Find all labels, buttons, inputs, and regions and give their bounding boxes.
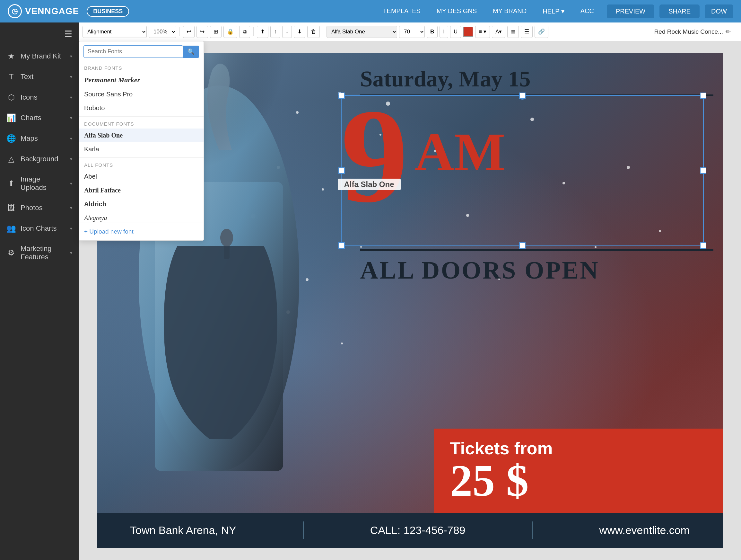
font-select[interactable]: Alfa Slab One (327, 26, 397, 38)
marketing-icon: ⚙ (6, 248, 16, 257)
icons-icon: ⬡ (6, 93, 16, 102)
sidebar-item-image-uploads[interactable]: ⬆ Image Uploads ▾ (0, 169, 79, 198)
lock-button[interactable]: 🔒 (223, 26, 237, 38)
sidebar-item-text[interactable]: T Text ▾ (0, 66, 79, 87)
sidebar-item-my-brand-kit[interactable]: ★ My Brand Kit ▾ (0, 46, 79, 66)
sidebar-item-photos[interactable]: 🖼 Photos ▾ (0, 198, 79, 218)
chevron-down-icon: ▾ (70, 205, 72, 210)
font-item-karla[interactable]: Karla (79, 142, 204, 156)
sidebar-item-label: Maps (20, 134, 66, 143)
nav-templates[interactable]: TEMPLATES (383, 7, 420, 15)
grid-button[interactable]: ⊞ (210, 26, 221, 38)
tickets-price: 25 $ (450, 458, 707, 503)
alignment-select[interactable]: Alignment (82, 26, 147, 38)
divider-3 (323, 27, 323, 36)
chevron-down-icon: ▾ (70, 74, 72, 79)
icon-charts-icon: 👥 (6, 224, 16, 233)
font-search-button[interactable]: 🔍 (183, 46, 199, 58)
layer-up2-button[interactable]: ↑ (270, 26, 280, 38)
image-uploads-icon: ⬆ (6, 179, 16, 188)
font-item-aldrich[interactable]: Aldrich (79, 197, 204, 211)
nav-account[interactable]: ACC (581, 7, 594, 15)
menu-icon[interactable]: ☰ (0, 26, 79, 46)
sidebar-item-label: Icon Charts (20, 224, 66, 233)
tickets-box: Tickets from 25 $ (434, 429, 723, 513)
snow-dot (360, 246, 362, 248)
font-item-abel[interactable]: Abel (79, 170, 204, 183)
snow-dot (595, 246, 597, 248)
all-fonts-label: ALL FONTS (79, 159, 204, 170)
document-title-area: Red Rock Music Conce... ✏ (654, 28, 731, 35)
link-button[interactable]: 🔗 (535, 26, 548, 38)
time-area[interactable]: 9 AM (341, 95, 717, 216)
sidebar-item-label: Text (20, 73, 66, 81)
document-title: Red Rock Music Conce... (654, 28, 723, 35)
layer-down-button[interactable]: ↓ (282, 26, 292, 38)
font-size-select[interactable]: 70 (399, 26, 425, 38)
chevron-down-icon: ▾ (70, 181, 72, 186)
business-badge[interactable]: BUSINESS (87, 6, 129, 17)
layer-down2-button[interactable]: ⬇ (294, 26, 305, 38)
doors-area: ALL DOORS OPEN (360, 256, 717, 285)
chevron-down-icon: ▾ (70, 115, 72, 121)
date-area: Saturday, May 15 (360, 66, 714, 96)
logo-text: VENNGAGE (25, 6, 79, 16)
sidebar-item-icons[interactable]: ⬡ Icons ▾ (0, 87, 79, 108)
footer-divider-1 (303, 521, 304, 539)
tickets-from: Tickets from (450, 438, 707, 458)
edit-title-icon[interactable]: ✏ (726, 28, 731, 35)
share-button[interactable]: SHARE (660, 4, 699, 18)
font-search-input[interactable] (83, 45, 183, 58)
zoom-select[interactable]: 100% (149, 26, 176, 38)
font-search-area: 🔍 (79, 42, 204, 62)
sidebar-item-label: Background (20, 155, 66, 163)
font-item-alfa-slab-one-doc[interactable]: Alfa Slab One (79, 128, 204, 142)
chevron-down-icon: ▾ (70, 54, 72, 59)
font-color-button[interactable] (463, 27, 473, 37)
font-list: BRAND FONTS Permanent Marker Source Sans… (79, 62, 204, 223)
layer-up-button[interactable]: ⬆ (257, 26, 268, 38)
text-align-button[interactable]: ≡ ▾ (475, 26, 490, 38)
list2-button[interactable]: ☰ (521, 26, 533, 38)
font-dropdown-panel: 🔍 BRAND FONTS Permanent Marker Source Sa… (79, 41, 204, 241)
footer-divider-2 (532, 521, 533, 539)
italic-button[interactable]: I (440, 26, 448, 38)
footer-website: www.eventlite.com (599, 524, 690, 537)
upload-new-font-link[interactable]: + Upload new font (79, 223, 204, 240)
sidebar-item-label: Marketing Features (20, 245, 66, 261)
bold-button[interactable]: B (427, 26, 437, 38)
text-size-button[interactable]: A▾ (492, 26, 506, 38)
preview-button[interactable]: PREVIEW (607, 4, 654, 18)
nav-actions: PREVIEW SHARE DOW (607, 4, 733, 18)
download-button[interactable]: DOW (705, 4, 733, 18)
nav-my-brand[interactable]: MY BRAND (493, 7, 527, 15)
font-item-abril-fatface[interactable]: Abril Fatface (79, 183, 204, 197)
sidebar-item-label: Icons (20, 93, 66, 102)
nav-help[interactable]: HELP ▾ (543, 7, 564, 15)
list-button[interactable]: ≣ (507, 26, 519, 38)
photos-icon: 🖼 (6, 203, 16, 212)
copy-button[interactable]: ⧉ (239, 26, 250, 38)
section-divider-2 (79, 158, 204, 158)
font-item-permanent-marker[interactable]: Permanent Marker (79, 73, 204, 87)
top-navigation: ◷ VENNGAGE BUSINESS TEMPLATES MY DESIGNS… (0, 0, 741, 22)
doors-text: ALL DOORS OPEN (360, 256, 599, 284)
nav-my-designs[interactable]: MY DESIGNS (436, 7, 477, 15)
undo-button[interactable]: ↩ (183, 26, 195, 38)
snow-dot (659, 230, 661, 232)
sidebar-item-charts[interactable]: 📊 Charts ▾ (0, 108, 79, 128)
font-item-alegreya[interactable]: Alegreya (79, 211, 204, 223)
sidebar-item-icon-charts[interactable]: 👥 Icon Charts ▾ (0, 218, 79, 239)
section-divider (79, 116, 204, 117)
sidebar-item-maps[interactable]: 🌐 Maps ▾ (0, 128, 79, 149)
document-fonts-label: DOCUMENT FONTS (79, 118, 204, 128)
underline-button[interactable]: U (450, 26, 461, 38)
sidebar-item-background[interactable]: △ Background ▾ (0, 149, 79, 169)
poster-divider (360, 249, 714, 251)
font-item-source-sans-pro[interactable]: Source Sans Pro (79, 87, 204, 101)
delete-button[interactable]: 🗑 (307, 26, 320, 38)
sidebar-item-label: My Brand Kit (20, 52, 66, 60)
sidebar-item-marketing-features[interactable]: ⚙ Marketing Features ▾ (0, 239, 79, 267)
redo-button[interactable]: ↪ (197, 26, 208, 38)
font-item-roboto[interactable]: Roboto (79, 101, 204, 115)
